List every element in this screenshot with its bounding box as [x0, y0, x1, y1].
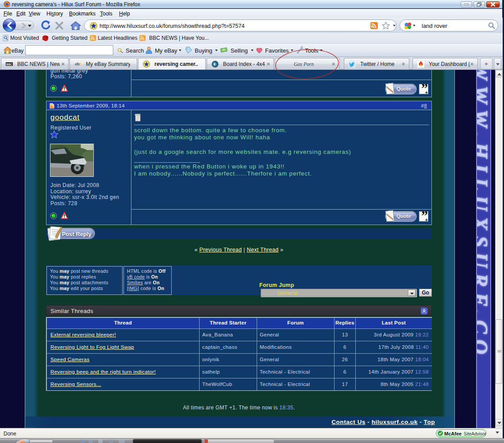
svg-text:Y: Y — [78, 62, 81, 66]
svg-text:BBC: BBC — [6, 63, 12, 66]
